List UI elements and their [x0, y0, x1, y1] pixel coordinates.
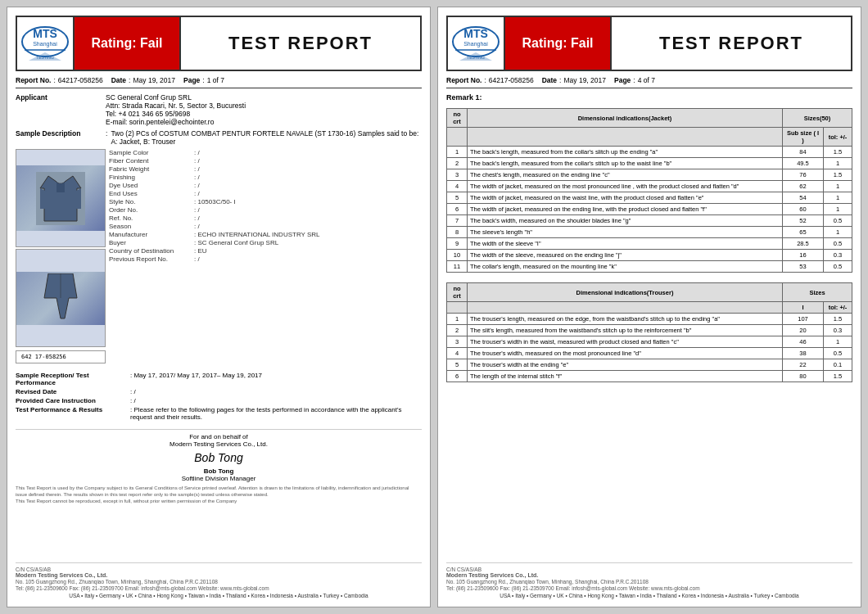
jacket-cell-tol: 1: [824, 204, 852, 215]
signature-script: Bob Tong: [16, 451, 422, 464]
jacket-cell-no: 10: [447, 250, 468, 261]
jacket-cell-desc: The chest's length, measured on the endi…: [468, 169, 783, 181]
jacket-cell-no: 6: [447, 204, 468, 215]
page2-footer-address: No. 105 Guangzhong Rd., Zhuanqiao Town, …: [446, 579, 852, 585]
jacket-th-subsize: Sub size ( I ): [783, 128, 824, 147]
page2-footer-contact: Tel: (86) 21-23509600 Fax: (86) 21-23509…: [446, 585, 852, 591]
sample-desc-row: Sample Description : Two (2) PCs of COST…: [16, 129, 422, 146]
jacket-cell-size: 52: [783, 215, 824, 227]
jacket-row-10: 10 The width of the sleeve, measured on …: [447, 250, 852, 261]
trouser-cell-size: 46: [783, 336, 824, 348]
page-2: MTS Shanghai TESTING Rating: Fail TEST R…: [437, 7, 861, 607]
detail-ref: Ref. No.: /: [109, 214, 422, 222]
signer-title: Softline Division Manager: [16, 475, 422, 482]
trouser-th-subsize: I: [783, 302, 824, 314]
jacket-cell-size: 53: [783, 261, 824, 273]
jacket-cell-tol: 1: [824, 227, 852, 238]
trouser-cell-desc: The trouser's width at the ending "e": [468, 359, 783, 371]
report-title: TEST REPORT: [228, 33, 373, 54]
reception-row: Sample Reception/ Test Performance : May…: [16, 372, 422, 386]
trouser-cell-tol: 1.5: [824, 314, 852, 325]
jacket-th-desc: Dimensional indications(Jacket): [468, 109, 783, 128]
jacket-row-5: 5 The width of jacket, measured on the w…: [447, 192, 852, 204]
detail-prev-report: Previous Report No.: /: [109, 255, 422, 263]
jacket-cell-desc: The collar's length, measured on the mou…: [468, 261, 783, 273]
jacket-table: no crt Dimensional indications(Jacket) S…: [446, 108, 852, 273]
page2-report-no-item: Report No. : 64217-058256: [446, 76, 534, 84]
care-row: Provided Care Instruction : /: [16, 397, 422, 404]
detail-finishing: Finishing: /: [109, 174, 422, 181]
applicant-email: E-mail: sorin.pentelei@echointer.ro: [106, 118, 246, 126]
trouser-cell-size: 107: [783, 314, 824, 325]
detail-buyer: Buyer: SC General Conf Grup SRL: [109, 239, 422, 246]
page2-report-info-row: Report No. : 64217-058256 Date : May 19,…: [446, 76, 852, 88]
results-value: : Please refer to the following pages fo…: [130, 406, 422, 421]
trouser-row-3: 3 The trouser's width in the waist, meas…: [447, 336, 852, 348]
trouser-row-4: 4 The trouser's width, measured on the m…: [447, 348, 852, 359]
trouser-table: no crt Dimensional indications(Trouser) …: [446, 282, 852, 382]
trouser-cell-no: 5: [447, 359, 468, 371]
page2-footer-cn: C/N CS/AS/AB: [446, 567, 852, 572]
jacket-cell-desc: The width of jacket, measured on the mos…: [468, 181, 783, 192]
trouser-cell-no: 2: [447, 325, 468, 336]
jacket-cell-no: 1: [447, 147, 468, 158]
report-no-item: Report No. : 64217-058256: [16, 76, 103, 84]
page-footer: C/N CS/AS/AB Modern Testing Services Co.…: [16, 562, 422, 598]
detail-season: Season: /: [109, 223, 422, 230]
trouser-th-tol: tol: +/-: [824, 302, 852, 314]
page-value: 1 of 7: [207, 76, 224, 84]
jacket-cell-size: 62: [783, 181, 824, 192]
jacket-row-7: 7 The back's width, measured on the shou…: [447, 215, 852, 227]
date-colon: :: [129, 76, 130, 84]
trouser-cell-no: 1: [447, 314, 468, 325]
trouser-cell-tol: 0.3: [824, 325, 852, 336]
results-row: Test Performance & Results : Please refe…: [16, 406, 422, 421]
page2-date-value: May 19, 2017: [563, 76, 606, 84]
footer-address: No. 105 Guangzhong Rd., Zhuanqiao Town, …: [16, 579, 422, 585]
page2-page-item: Page : 4 of 7: [614, 76, 655, 84]
trouser-cell-desc: The trouser's width in the waist, measur…: [468, 336, 783, 348]
barcode: 642 17-058256: [16, 350, 106, 363]
page2-footer-company: Modern Testing Services Co., Ltd.: [446, 572, 852, 578]
jacket-cell-no: 9: [447, 238, 468, 250]
trouser-cell-desc: The length of the internal stitch "f": [468, 371, 783, 382]
jacket-cell-tol: 0.3: [824, 250, 852, 261]
care-value: : /: [130, 397, 136, 404]
jacket-cell-size: 54: [783, 192, 824, 204]
jacket-image: [16, 165, 105, 231]
jacket-th-tol: tol: +/-: [824, 128, 852, 147]
page2-date-item: Date : May 19, 2017: [542, 76, 606, 84]
jacket-th-no2: [447, 128, 468, 147]
page2-logo-area: MTS Shanghai TESTING: [448, 17, 505, 70]
jacket-row-1: 1 The back's length, measured from the c…: [447, 147, 852, 158]
page2-title-area: TEST REPORT: [612, 33, 851, 54]
jacket-cell-no: 8: [447, 227, 468, 238]
svg-text:TESTING: TESTING: [467, 55, 485, 60]
revised-label: Revised Date: [16, 388, 130, 395]
footer-contact: Tel: (86) 21-23509600 Fax: (86) 21-23509…: [16, 585, 422, 591]
trouser-cell-size: 22: [783, 359, 824, 371]
reception-value: : May 17, 2017/ May 17, 2017– May 19, 20…: [130, 372, 262, 386]
jacket-cell-desc: The back's length, measured from the col…: [468, 158, 783, 169]
applicant-address2: Tel: +4 021 346 65 95/9698: [106, 110, 246, 118]
svg-text:Shanghai: Shanghai: [463, 41, 488, 47]
report-title-area: TEST REPORT: [181, 33, 420, 54]
footer-company: Modern Testing Services Co., Ltd.: [16, 572, 422, 578]
jacket-cell-tol: 1: [824, 192, 852, 204]
jacket-row-4: 4 The width of jacket, measured on the m…: [447, 181, 852, 192]
page2-page-value: 4 of 7: [638, 76, 655, 84]
jacket-row-9: 9 The width of the sleeve "I" 28.5 0.5: [447, 238, 852, 250]
detail-end-uses: End Uses: /: [109, 190, 422, 197]
page2-footer: C/N CS/AS/AB Modern Testing Services Co.…: [446, 562, 852, 598]
jacket-cell-no: 11: [447, 261, 468, 273]
trouser-row-2: 2 The slit's length, measured from the w…: [447, 325, 852, 336]
svg-text:Shanghai: Shanghai: [33, 41, 57, 47]
sample-image-section: 642 17-058256 Sample Color: / Fiber Cont…: [16, 149, 422, 363]
revised-row: Revised Date : /: [16, 388, 422, 395]
applicant-company: SC General Conf Grup SRL: [106, 93, 246, 102]
jacket-cell-desc: The width of the sleeve, measured on the…: [468, 250, 783, 261]
trouser-cell-tol: 1.5: [824, 371, 852, 382]
svg-text:MTS: MTS: [463, 27, 488, 40]
applicant-value: SC General Conf Grup SRL Attn: Strada Ra…: [106, 93, 246, 126]
remark-section: Remark 1: no crt Dimensional indications…: [446, 93, 852, 562]
